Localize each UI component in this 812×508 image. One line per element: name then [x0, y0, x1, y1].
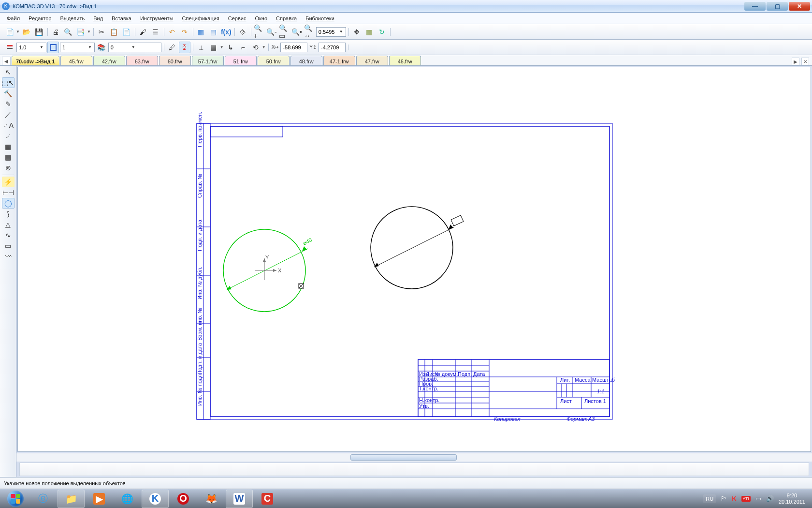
menu-select[interactable]: Выделить [56, 14, 88, 23]
drawing-canvas[interactable]: Инв. № подл. Подп. и дата Взам. инв. № И… [17, 67, 811, 452]
ati-icon[interactable]: ATI [741, 496, 751, 502]
close-button[interactable]: ✕ [789, 2, 810, 11]
zoom-out-button[interactable]: 🔍- [266, 26, 277, 38]
coord-sys-button[interactable]: ↳ [225, 42, 236, 53]
tab[interactable]: 46.frw [389, 56, 421, 65]
save-button[interactable]: 💾 [33, 26, 45, 38]
minimize-button[interactable]: — [744, 2, 766, 11]
open-button[interactable]: 📂 [21, 26, 32, 38]
layer-style-combo[interactable]: 0▼ [108, 43, 161, 52]
properties-button[interactable]: ☰ [150, 26, 161, 38]
layers-button[interactable]: ▦ [195, 26, 207, 38]
line-style-button[interactable] [4, 42, 15, 53]
taskbar-chrome[interactable]: 🌐 [114, 490, 141, 508]
cut-button[interactable]: ✂ [96, 26, 107, 38]
pan-button[interactable]: ✥ [351, 26, 362, 38]
paste-button[interactable]: 📄 [121, 26, 132, 38]
drawing-manager-button[interactable]: ▤ [208, 26, 219, 38]
tab[interactable]: 60.frw [159, 56, 191, 65]
menu-window[interactable]: Окно [251, 14, 271, 23]
kaspersky-icon[interactable]: K [732, 495, 736, 502]
ortho-button[interactable]: ⟂ [195, 42, 207, 53]
refresh-button[interactable]: ↻ [376, 26, 388, 38]
tab[interactable]: 50.frw [258, 56, 290, 65]
zoom-fit-button[interactable]: 🔍↔ [304, 26, 315, 38]
preview-button[interactable]: 🔍 [62, 26, 74, 38]
tab[interactable]: 48.frw [290, 56, 322, 65]
help-cursor-button[interactable]: ⯑ [237, 26, 248, 38]
snap-magnet-button[interactable]: ⧲ [179, 42, 190, 53]
lightning-tool[interactable]: ⚡ [2, 177, 14, 187]
zoom-actual-button[interactable]: 🔍• [291, 26, 303, 38]
circle-tool[interactable]: ◯ [2, 198, 14, 209]
layer-num-combo[interactable]: 1▼ [60, 43, 95, 52]
bezier-tool[interactable]: ∿ [2, 230, 14, 240]
dim-tool[interactable]: ⟋A [2, 120, 14, 131]
menu-editor[interactable]: Редактор [25, 14, 55, 23]
menu-spec[interactable]: Спецификация [178, 14, 223, 23]
zoom-window-button[interactable]: 🔍▭ [278, 26, 290, 38]
tab[interactable]: 63.frw [126, 56, 158, 65]
taskbar-word[interactable]: W [226, 490, 253, 508]
brush-button[interactable]: 🖌 [137, 26, 149, 38]
horizontal-scrollbar[interactable] [16, 453, 812, 462]
taskbar-ie[interactable]: ⓔ [29, 490, 57, 508]
brush-tool[interactable]: 🖊 [166, 42, 178, 53]
rect-tool[interactable]: ▭ [2, 240, 14, 251]
new-button[interactable]: 📄 [4, 26, 15, 38]
start-button[interactable] [2, 489, 29, 508]
line-tool[interactable]: ／ [2, 109, 14, 120]
menu-libraries[interactable]: Библиотеки [302, 14, 338, 23]
line-mode-button[interactable] [47, 42, 59, 53]
zoom-in-button[interactable]: 🔍+ [253, 26, 265, 38]
cursor-tool[interactable]: ↖ [2, 67, 14, 77]
tab-close[interactable]: ✕ [801, 58, 809, 65]
arc-tool[interactable]: ⟆ [2, 209, 14, 219]
language-indicator[interactable]: RU [703, 494, 716, 503]
tab[interactable]: 51.frw [225, 56, 257, 65]
coord-x-input[interactable] [280, 43, 307, 52]
flag-icon[interactable]: 🏳 [721, 495, 727, 502]
tab-scroll-right[interactable]: ▶ [792, 58, 799, 65]
tab[interactable]: 47.frw [356, 56, 388, 65]
taskbar-firefox[interactable]: 🦊 [198, 490, 225, 508]
taskbar-explorer[interactable]: 📁 [58, 490, 85, 508]
tab-active[interactable]: 70.cdw ->Вид 1 [12, 56, 59, 65]
page-setup-button[interactable]: 📑 [75, 26, 87, 38]
taskbar-app[interactable]: C [254, 490, 281, 508]
undo-button[interactable]: ↶ [166, 26, 178, 38]
local-cs-button[interactable]: ⌐ [237, 42, 249, 53]
volume-icon[interactable]: 🔊 [766, 495, 774, 502]
segment-tool[interactable]: ⊢⊣ [2, 187, 14, 198]
brush-tool2[interactable]: ✎ [2, 99, 14, 109]
menu-file[interactable]: Файл [3, 14, 24, 23]
print-button[interactable]: 🖨 [50, 26, 61, 38]
measure-button[interactable]: ▦ [363, 26, 375, 38]
tray-clock[interactable]: 9:20 20.10.2011 [779, 493, 805, 504]
line-width-combo[interactable]: 1.0▼ [16, 43, 46, 52]
redo-button[interactable]: ↷ [179, 26, 190, 38]
hatch-tool[interactable]: ▤ [2, 152, 14, 163]
tab[interactable]: 57-1.frw [192, 56, 224, 65]
taskbar-media[interactable]: ▶ [86, 490, 113, 508]
polyline-tool[interactable]: △ [2, 219, 14, 230]
coord-y-input[interactable] [319, 43, 346, 52]
variables-button[interactable]: f(x) [220, 26, 232, 38]
text-tool[interactable]: ⟋ [2, 131, 14, 141]
menu-tools[interactable]: Инструменты [136, 14, 177, 23]
spline-tool[interactable]: ⊚ [2, 163, 14, 173]
curve-tool[interactable]: 〰 [2, 251, 14, 262]
maximize-button[interactable]: ▢ [767, 2, 788, 11]
menu-view[interactable]: Вид [89, 14, 107, 23]
layers-icon[interactable]: 📚 [96, 42, 107, 53]
table-tool[interactable]: ▦ [2, 141, 14, 152]
menu-insert[interactable]: Вставка [108, 14, 135, 23]
grid-button[interactable]: ▦ [208, 42, 219, 53]
hammer-tool[interactable]: 🔨 [2, 88, 14, 99]
tab[interactable]: 47-1.frw [323, 56, 355, 65]
tray-icon[interactable]: ▭ [755, 495, 761, 502]
copy-button[interactable]: 📋 [108, 26, 120, 38]
select-tool[interactable]: ⬚↖ [2, 77, 14, 88]
tab[interactable]: 45.frw [60, 56, 92, 65]
taskbar-kompas[interactable]: K [142, 490, 169, 508]
